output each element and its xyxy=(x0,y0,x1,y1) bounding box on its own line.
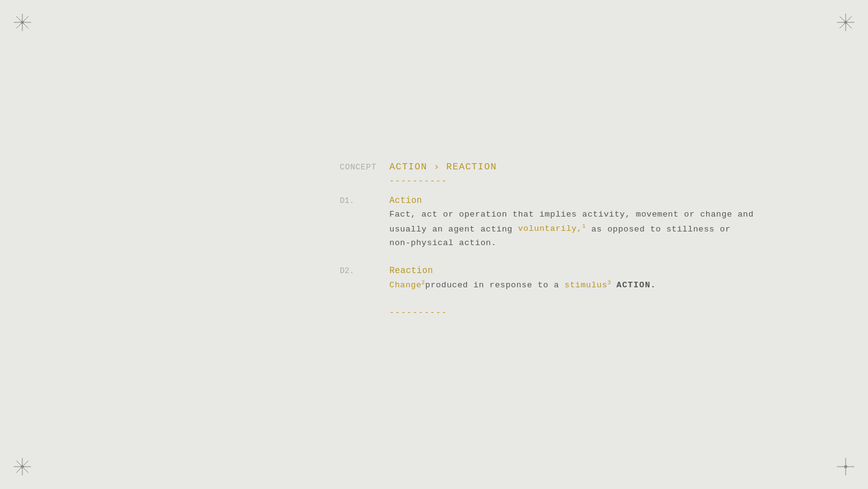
main-content: CONCEPT ACTION › REACTION ---------- D1.… xyxy=(340,162,811,327)
top-left-star-icon xyxy=(12,12,32,32)
action-bold: ACTION. xyxy=(616,280,656,290)
concept-title: ACTION › REACTION xyxy=(389,162,497,173)
definition-1-row: D1. Action xyxy=(340,195,811,205)
def-1-number: D1. xyxy=(340,196,389,205)
svg-point-4 xyxy=(21,21,24,24)
svg-point-14 xyxy=(21,465,24,469)
concept-row: CONCEPT ACTION › REACTION xyxy=(340,162,811,173)
svg-point-9 xyxy=(844,21,848,24)
change-highlight: Change2 xyxy=(389,280,425,290)
def-2-body: Change2produced in response to a stimulu… xyxy=(389,278,811,292)
top-divider: ---------- xyxy=(389,176,811,186)
concept-label: CONCEPT xyxy=(340,163,389,172)
def-1-body: Fact, act or operation that implies acti… xyxy=(389,208,811,251)
bottom-left-star-icon xyxy=(12,457,32,477)
def-2-number: D2. xyxy=(340,266,389,276)
top-right-star-icon xyxy=(836,12,856,32)
bottom-divider: ---------- xyxy=(389,308,811,317)
def-1-title: Action xyxy=(389,195,422,205)
bottom-right-star-icon xyxy=(836,457,856,477)
svg-point-17 xyxy=(844,465,848,469)
voluntarily-highlight: voluntarily,1 xyxy=(518,225,586,234)
definition-2-row: D2. Reaction xyxy=(340,266,811,276)
def-2-title: Reaction xyxy=(389,266,433,276)
stimulus-highlight: stimulus3 xyxy=(565,280,611,290)
